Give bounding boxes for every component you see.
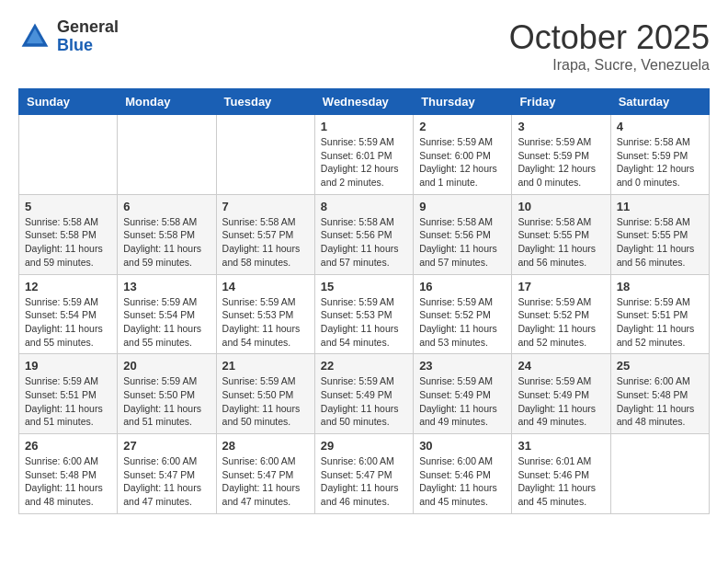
calendar-cell: 7Sunrise: 5:58 AM Sunset: 5:57 PM Daylig…: [216, 194, 314, 274]
calendar-week-3: 12Sunrise: 5:59 AM Sunset: 5:54 PM Dayli…: [19, 274, 710, 354]
day-number: 26: [25, 439, 111, 453]
logo-blue: Blue: [57, 37, 119, 55]
calendar-cell: 8Sunrise: 5:58 AM Sunset: 5:56 PM Daylig…: [314, 194, 413, 274]
calendar-cell: 23Sunrise: 5:59 AM Sunset: 5:49 PM Dayli…: [414, 354, 512, 434]
calendar-cell: 13Sunrise: 5:59 AM Sunset: 5:54 PM Dayli…: [118, 274, 216, 354]
day-number: 27: [123, 439, 210, 453]
calendar: SundayMondayTuesdayWednesdayThursdayFrid…: [18, 88, 710, 514]
day-number: 5: [25, 200, 111, 213]
calendar-week-2: 5Sunrise: 5:58 AM Sunset: 5:58 PM Daylig…: [19, 194, 710, 274]
weekday-header-monday: Monday: [118, 89, 216, 115]
calendar-week-1: 1Sunrise: 5:59 AM Sunset: 6:01 PM Daylig…: [19, 115, 710, 195]
weekday-header-saturday: Saturday: [610, 89, 709, 115]
day-info: Sunrise: 5:59 AM Sunset: 5:49 PM Dayligh…: [321, 374, 407, 429]
calendar-cell: 28Sunrise: 6:00 AM Sunset: 5:47 PM Dayli…: [216, 434, 314, 514]
weekday-header-wednesday: Wednesday: [314, 89, 413, 115]
title-block: October 2025 Irapa, Sucre, Venezuela: [509, 18, 710, 74]
day-number: 29: [321, 439, 407, 453]
day-info: Sunrise: 6:00 AM Sunset: 5:47 PM Dayligh…: [321, 454, 407, 509]
page-header: General Blue October 2025 Irapa, Sucre, …: [18, 18, 710, 74]
calendar-cell: 15Sunrise: 5:59 AM Sunset: 5:53 PM Dayli…: [314, 274, 413, 354]
day-info: Sunrise: 6:00 AM Sunset: 5:48 PM Dayligh…: [25, 454, 111, 509]
calendar-cell: 1Sunrise: 5:59 AM Sunset: 6:01 PM Daylig…: [314, 115, 413, 195]
month-title: October 2025: [509, 18, 710, 57]
day-info: Sunrise: 6:00 AM Sunset: 5:47 PM Dayligh…: [222, 454, 309, 509]
calendar-cell: 2Sunrise: 5:59 AM Sunset: 6:00 PM Daylig…: [414, 115, 512, 195]
calendar-cell: 6Sunrise: 5:58 AM Sunset: 5:58 PM Daylig…: [118, 194, 216, 274]
day-number: 17: [518, 280, 604, 293]
calendar-cell: 17Sunrise: 5:59 AM Sunset: 5:52 PM Dayli…: [512, 274, 610, 354]
calendar-cell: [118, 115, 216, 195]
weekday-header-sunday: Sunday: [19, 89, 118, 115]
day-info: Sunrise: 5:59 AM Sunset: 5:51 PM Dayligh…: [617, 295, 703, 350]
calendar-cell: 4Sunrise: 5:58 AM Sunset: 5:59 PM Daylig…: [610, 115, 709, 195]
calendar-cell: 24Sunrise: 5:59 AM Sunset: 5:49 PM Dayli…: [512, 354, 610, 434]
day-number: 2: [419, 120, 506, 133]
day-info: Sunrise: 5:59 AM Sunset: 5:53 PM Dayligh…: [321, 295, 407, 350]
day-number: 18: [617, 280, 703, 293]
day-info: Sunrise: 5:59 AM Sunset: 5:49 PM Dayligh…: [518, 374, 604, 429]
day-info: Sunrise: 5:58 AM Sunset: 5:58 PM Dayligh…: [25, 215, 111, 270]
day-number: 16: [419, 280, 506, 293]
day-number: 22: [321, 359, 407, 373]
calendar-cell: 18Sunrise: 5:59 AM Sunset: 5:51 PM Dayli…: [610, 274, 709, 354]
calendar-week-4: 19Sunrise: 5:59 AM Sunset: 5:51 PM Dayli…: [19, 354, 710, 434]
calendar-cell: 20Sunrise: 5:59 AM Sunset: 5:50 PM Dayli…: [118, 354, 216, 434]
calendar-cell: 26Sunrise: 6:00 AM Sunset: 5:48 PM Dayli…: [19, 434, 118, 514]
weekday-header-friday: Friday: [512, 89, 610, 115]
calendar-cell: 19Sunrise: 5:59 AM Sunset: 5:51 PM Dayli…: [19, 354, 118, 434]
calendar-cell: 3Sunrise: 5:59 AM Sunset: 5:59 PM Daylig…: [512, 115, 610, 195]
day-info: Sunrise: 5:58 AM Sunset: 5:56 PM Dayligh…: [321, 215, 407, 270]
day-number: 14: [222, 280, 309, 293]
day-number: 9: [419, 200, 506, 213]
logo-icon: [18, 20, 51, 53]
day-info: Sunrise: 5:59 AM Sunset: 5:50 PM Dayligh…: [123, 374, 210, 429]
day-info: Sunrise: 5:59 AM Sunset: 6:00 PM Dayligh…: [419, 135, 506, 190]
day-info: Sunrise: 5:58 AM Sunset: 5:58 PM Dayligh…: [123, 215, 210, 270]
day-info: Sunrise: 5:58 AM Sunset: 5:56 PM Dayligh…: [419, 215, 506, 270]
calendar-cell: 9Sunrise: 5:58 AM Sunset: 5:56 PM Daylig…: [414, 194, 512, 274]
day-info: Sunrise: 5:59 AM Sunset: 5:59 PM Dayligh…: [518, 135, 604, 190]
weekday-header-thursday: Thursday: [414, 89, 512, 115]
logo-general: General: [57, 18, 119, 37]
calendar-week-5: 26Sunrise: 6:00 AM Sunset: 5:48 PM Dayli…: [19, 434, 710, 514]
calendar-cell: 27Sunrise: 6:00 AM Sunset: 5:47 PM Dayli…: [118, 434, 216, 514]
day-number: 15: [321, 280, 407, 293]
weekday-header-row: SundayMondayTuesdayWednesdayThursdayFrid…: [19, 89, 710, 115]
calendar-cell: 12Sunrise: 5:59 AM Sunset: 5:54 PM Dayli…: [19, 274, 118, 354]
day-info: Sunrise: 5:59 AM Sunset: 5:49 PM Dayligh…: [419, 374, 506, 429]
day-number: 4: [617, 120, 703, 133]
calendar-cell: [610, 434, 709, 514]
day-number: 24: [518, 359, 604, 373]
calendar-cell: [19, 115, 118, 195]
day-number: 25: [617, 359, 703, 373]
location: Irapa, Sucre, Venezuela: [509, 57, 710, 74]
day-info: Sunrise: 5:58 AM Sunset: 5:55 PM Dayligh…: [617, 215, 703, 270]
day-info: Sunrise: 5:59 AM Sunset: 5:52 PM Dayligh…: [419, 295, 506, 350]
day-info: Sunrise: 5:59 AM Sunset: 5:51 PM Dayligh…: [25, 374, 111, 429]
day-number: 13: [123, 280, 210, 293]
weekday-header-tuesday: Tuesday: [216, 89, 314, 115]
day-number: 23: [419, 359, 506, 373]
logo: General Blue: [18, 18, 119, 55]
day-number: 10: [518, 200, 604, 213]
logo-text: General Blue: [57, 18, 119, 55]
day-number: 6: [123, 200, 210, 213]
calendar-cell: 30Sunrise: 6:00 AM Sunset: 5:46 PM Dayli…: [414, 434, 512, 514]
day-info: Sunrise: 6:00 AM Sunset: 5:48 PM Dayligh…: [617, 374, 703, 429]
day-info: Sunrise: 5:59 AM Sunset: 5:54 PM Dayligh…: [25, 295, 111, 350]
day-number: 28: [222, 439, 309, 453]
day-number: 19: [25, 359, 111, 373]
calendar-cell: 10Sunrise: 5:58 AM Sunset: 5:55 PM Dayli…: [512, 194, 610, 274]
calendar-cell: 16Sunrise: 5:59 AM Sunset: 5:52 PM Dayli…: [414, 274, 512, 354]
day-info: Sunrise: 6:00 AM Sunset: 5:46 PM Dayligh…: [419, 454, 506, 509]
day-info: Sunrise: 6:00 AM Sunset: 5:47 PM Dayligh…: [123, 454, 210, 509]
calendar-cell: 11Sunrise: 5:58 AM Sunset: 5:55 PM Dayli…: [610, 194, 709, 274]
day-number: 3: [518, 120, 604, 133]
day-info: Sunrise: 5:58 AM Sunset: 5:59 PM Dayligh…: [617, 135, 703, 190]
day-number: 20: [123, 359, 210, 373]
calendar-cell: 21Sunrise: 5:59 AM Sunset: 5:50 PM Dayli…: [216, 354, 314, 434]
day-number: 11: [617, 200, 703, 213]
calendar-cell: 14Sunrise: 5:59 AM Sunset: 5:53 PM Dayli…: [216, 274, 314, 354]
day-number: 7: [222, 200, 309, 213]
